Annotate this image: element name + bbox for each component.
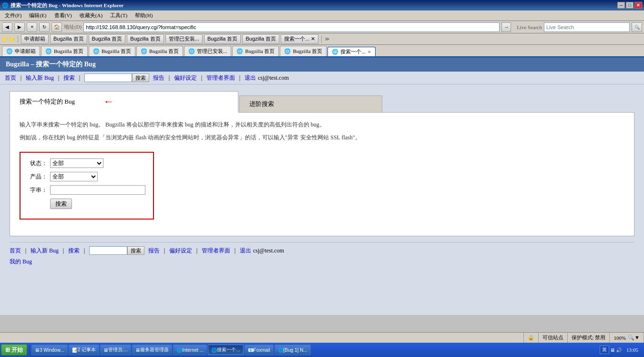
toolbar-bugzilla5[interactable]: Bugzilla 首页 [242, 34, 279, 44]
title-bar-left: 🌐 搜索一个特定的 Bug - Windows Internet Explore… [2, 2, 123, 9]
status-select[interactable]: 全部 UNCONFIRMED NEW ASSIGNED RESOLVED [50, 158, 103, 168]
browser-content: Bugzilla – 搜索一个特定的 Bug 首页 ｜ 输入新 Bug ｜ 搜索… [0, 57, 644, 315]
nav-report[interactable]: 报告 [153, 74, 164, 82]
nav-preferences[interactable]: 偏好设定 [174, 74, 197, 82]
page-header: Bugzilla – 搜索一个特定的 Bug [0, 57, 644, 72]
toolbar-more: ≫ [325, 36, 329, 42]
taskbar-icon-5: 🌐 [211, 347, 217, 353]
tab-home6[interactable]: 🌐Bugzilla 首页 [280, 46, 327, 56]
back-button[interactable]: ◀ [2, 22, 12, 32]
nav-sep1: ｜ [18, 74, 24, 82]
forward-button[interactable]: ▶ [14, 22, 25, 32]
nav-home[interactable]: 首页 [5, 74, 16, 82]
tab-home1[interactable]: 🌐申请邮箱 [2, 46, 40, 56]
taskbar-icon-4: 🌐 [176, 347, 182, 353]
status-zoom: 100% 🔍▼ [610, 333, 644, 343]
taskbar-right: 英 🖥 🔊 13:05 [600, 346, 643, 354]
menu-bar: 文件(F) 编辑(E) 查看(V) 收藏夹(A) 工具(T) 帮助(H) [0, 10, 644, 21]
page-content-box: 输入字串来搜索一个特定的 bug。 Bugzilla 将会以那些字串来搜索 bu… [10, 112, 634, 236]
footer-search[interactable]: 搜索 [68, 247, 80, 255]
taskbar-btn-2[interactable]: 🖥 管理员:... [100, 345, 131, 355]
toolbar-bugzilla4[interactable]: Bugzilla 首页 [204, 34, 241, 44]
refresh-button[interactable]: ↻ [39, 22, 50, 32]
page-tab-advanced[interactable]: 进阶搜索 [239, 95, 382, 112]
taskbar-btn-7[interactable]: 🌐 [Bug 1] N... [275, 345, 311, 355]
nav-sep5: ｜ [166, 74, 172, 82]
nav-bar: 首页 ｜ 输入新 Bug ｜ 搜索 ｜ 搜索 报告 ｜ 偏好设定 ｜ 管理者界面… [0, 72, 644, 84]
page-tab-specific[interactable]: 搜索一个特定的 Bug ← [10, 91, 238, 113]
footer-home[interactable]: 首页 [10, 247, 21, 255]
menu-view[interactable]: 查看(V) [51, 11, 75, 20]
menu-favorites[interactable]: 收藏夹(A) [77, 11, 105, 20]
nav-sep6: ｜ [199, 74, 204, 82]
menu-file[interactable]: 文件(F) [2, 11, 24, 20]
nav-search-input[interactable] [84, 74, 132, 82]
toolbar-label: 🌟 [2, 36, 8, 42]
status-label: 状态： [28, 159, 47, 168]
nav-search[interactable]: 搜索 [63, 74, 75, 82]
menu-help[interactable]: 帮助(H) [132, 11, 155, 20]
footer-preferences[interactable]: 偏好设定 [169, 247, 192, 255]
home-button[interactable]: 🏠 [51, 22, 62, 32]
minimize-button[interactable]: ─ [617, 2, 625, 9]
nav-sep3: ｜ [77, 74, 82, 82]
lang-indicator[interactable]: 英 [600, 346, 609, 354]
taskbar-btn-3[interactable]: 🖥 服务器管理器 [132, 345, 172, 355]
taskbar-btn-1[interactable]: 📝 2 记事本 [69, 345, 99, 355]
footer-admin[interactable]: 管理者界面 [202, 247, 230, 255]
footer-sep1: ｜ [23, 247, 29, 255]
nav-admin[interactable]: 管理者界面 [206, 74, 235, 82]
taskbar-btn-4[interactable]: 🌐 Internet ... [173, 345, 207, 355]
footer-logout[interactable]: 退出 [240, 247, 251, 255]
taskbar-btn-0[interactable]: 🖥 3 Window... [31, 345, 68, 355]
status-row: 状态： 全部 UNCONFIRMED NEW ASSIGNED RESOLVED [28, 158, 145, 168]
nav-search-button[interactable]: 搜索 [132, 74, 149, 82]
menu-edit[interactable]: 编辑(E) [26, 11, 49, 20]
taskbar-sep [29, 345, 30, 355]
footer-sep2: ｜ [61, 247, 66, 255]
toolbar-sep1 [18, 35, 18, 43]
close-button[interactable]: ✕ [634, 2, 642, 9]
maximize-button[interactable]: □ [626, 2, 634, 9]
product-label: 产品： [28, 173, 47, 181]
string-label: 字串： [28, 186, 47, 194]
menu-tools[interactable]: 工具(T) [107, 11, 130, 20]
go-button[interactable]: → [501, 22, 511, 32]
zoom-icon[interactable]: 🔍▼ [628, 335, 640, 341]
toolbar-search[interactable]: 搜索一个... ✕ [281, 34, 318, 44]
toolbar-bugzilla3[interactable]: Bugzilla 首页 [127, 34, 164, 44]
footer-my-bug-row: 我的 Bug [10, 258, 634, 266]
string-row: 字串： [28, 185, 145, 195]
ie-search-button[interactable]: 🔍 [632, 22, 642, 32]
string-input[interactable] [50, 185, 145, 195]
tab-home4[interactable]: 🌐Bugzilla 首页 [136, 46, 183, 56]
nav-logout[interactable]: 退出 [245, 74, 256, 82]
nav-new-bug[interactable]: 输入新 Bug [26, 74, 54, 82]
toolbar-admin[interactable]: 管理已安装... [165, 34, 203, 44]
stop-button[interactable]: ✕ [27, 22, 37, 32]
tab-home5[interactable]: 🌐Bugzilla 首页 [232, 46, 279, 56]
footer-search-input[interactable] [89, 246, 127, 255]
taskbar-btn-5[interactable]: 🌐 搜索一个... [208, 345, 243, 355]
toolbar-bugzilla1[interactable]: Bugzilla 首页 [50, 34, 87, 44]
toolbar-add: 🌟 [9, 36, 15, 42]
address-input[interactable] [83, 22, 500, 32]
taskbar-icon-0: 🖥 [35, 347, 40, 353]
footer-report[interactable]: 报告 [148, 247, 160, 255]
tab-home2[interactable]: 🌐Bugzilla 首页 [41, 46, 88, 56]
footer-search-button[interactable]: 搜索 [127, 246, 144, 255]
toolbar-email[interactable]: 申请邮箱 [21, 34, 49, 44]
tab-search-active[interactable]: 🌐搜索一个...✕ [327, 47, 375, 57]
tab-admin[interactable]: 🌐管理已安装... [184, 46, 231, 56]
start-button[interactable]: ⊞ 开始 [1, 344, 27, 356]
form-search-button[interactable]: 搜索 [50, 199, 72, 209]
taskbar-btn-6[interactable]: 📧 Foxmail [245, 345, 274, 355]
address-label: 地址(D) [64, 23, 82, 31]
product-select[interactable]: 全部 TestProduct [50, 172, 98, 181]
footer-sep7: ｜ [232, 247, 238, 255]
toolbar-bugzilla2[interactable]: Bugzilla 首页 [89, 34, 126, 44]
footer-my-bug[interactable]: 我的 Bug [10, 258, 32, 265]
tab-home3[interactable]: 🌐Bugzilla 首页 [89, 46, 135, 56]
ie-search-input[interactable] [544, 22, 630, 32]
footer-new-bug[interactable]: 输入新 Bug [31, 247, 59, 255]
